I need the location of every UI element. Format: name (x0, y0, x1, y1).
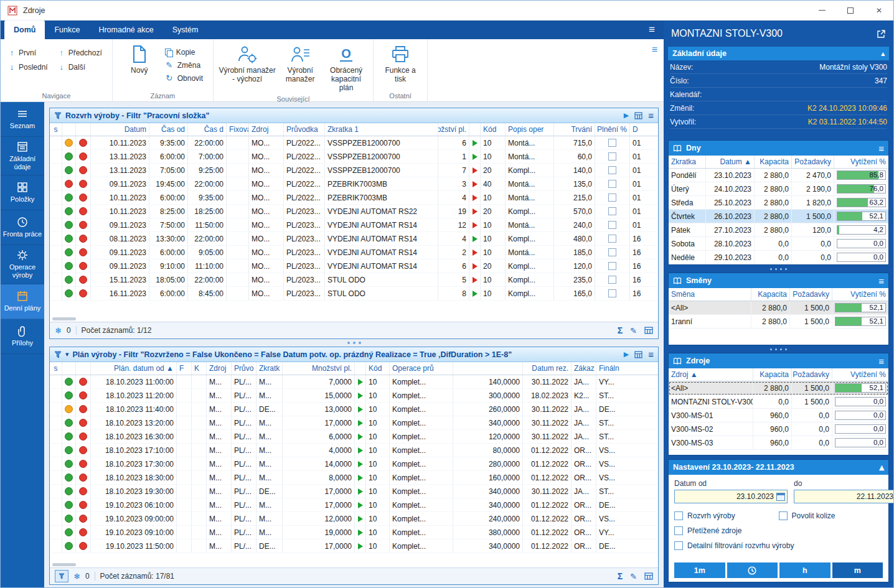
col-pruvodka[interactable]: Průvo (232, 362, 256, 375)
plan-table-row[interactable]: 19.10.2023 09:00:00 M... PL/... M... 12,… (50, 512, 658, 526)
last-button[interactable]: ↓Poslední (6, 60, 53, 73)
checkbox[interactable] (779, 511, 788, 520)
resources-section-header[interactable]: Zdroje ≡ (669, 353, 888, 368)
shift-row[interactable]: 1ranní 2 880,0 1 500,0 52,1 (669, 315, 888, 329)
col-status1[interactable] (62, 362, 76, 375)
col-pozadavky[interactable]: Požadavky (790, 288, 832, 301)
tab-domu[interactable]: Domů (4, 21, 45, 39)
resource-row[interactable]: V300-MS-01 960,0 0,0 0,0 (669, 409, 888, 422)
plneni-checkbox[interactable] (608, 289, 616, 297)
col-zdroj[interactable]: Zdroj (207, 362, 232, 375)
filter-icon[interactable] (54, 351, 62, 358)
col-zdroj[interactable]: Zdroj ▲ (669, 368, 753, 381)
section-menu-icon[interactable]: ≡ (878, 143, 884, 154)
checkbox-detailni-filtrovani[interactable]: Detailní filtrování rozvrhu výroby (674, 538, 883, 553)
sum-icon[interactable]: Σ (618, 325, 623, 335)
date-from-field[interactable] (674, 490, 788, 503)
plneni-checkbox[interactable] (608, 221, 616, 229)
sidebar-item-operace-vyroby[interactable]: Operace výroby (1, 245, 44, 284)
col-pruvodka[interactable]: Průvodka (284, 123, 325, 136)
play-icon[interactable]: ▶ (624, 350, 629, 358)
plneni-checkbox[interactable] (608, 207, 616, 215)
checkbox[interactable] (674, 541, 683, 550)
date-to-input[interactable] (797, 492, 893, 501)
plan-table-row[interactable]: 18.10.2023 17:10:00 M... PL/... M... 4,0… (50, 444, 658, 457)
schedule-table-row[interactable]: 13.11.2023 7:05:00 9:25:00 MO... PL/2022… (50, 164, 658, 177)
day-row[interactable]: Pondělí 23.10.2023 2 880,0 2 470,0 85,8 (669, 169, 888, 182)
plneni-checkbox[interactable] (608, 235, 616, 243)
plan-table-row[interactable]: 18.10.2023 11:40:00 M... PL/... DE... 13… (50, 403, 658, 416)
col-mnozstvi[interactable]: Množství pl. (438, 123, 469, 136)
tab-funkce[interactable]: Funkce (45, 21, 89, 39)
scrollbar-thumb[interactable] (52, 563, 76, 566)
close-button[interactable]: ✕ (865, 1, 893, 20)
col-operace[interactable]: Operace prů (390, 362, 453, 375)
edit-button[interactable]: ✎Změna (162, 58, 209, 72)
panel-menu-icon[interactable]: ≡ (648, 111, 654, 120)
plneni-checkbox[interactable] (608, 276, 616, 284)
checkbox-pretizene-zdroje[interactable]: Přetížené zdroje (674, 523, 883, 538)
functions-print-button[interactable]: Funkce a tisk (377, 41, 423, 85)
schedule-table-row[interactable]: 10.11.2023 8:25:00 18:25:00 MO... PL/202… (50, 205, 658, 218)
maximize-button[interactable] (836, 1, 865, 20)
col-vytizeni[interactable]: Vytížení % (832, 288, 888, 301)
panel-splitter[interactable] (49, 339, 659, 347)
play-icon[interactable]: ▶ (624, 111, 629, 119)
col-s[interactable]: s (50, 123, 62, 136)
schedule-table-row[interactable]: 16.11.2023 6:00:00 8:45:00 MO... PL/2023… (50, 287, 658, 301)
plan-table-row[interactable]: 19.10.2023 06:10:00 M... PL/... M... 17,… (50, 498, 658, 512)
table-edit-icon[interactable] (644, 572, 653, 580)
checkbox[interactable] (674, 526, 683, 535)
schedule-table-row[interactable]: 09.11.2023 6:00:00 9:05:00 MO... PL/2023… (50, 246, 658, 259)
schedule-table-row[interactable]: 15.11.2023 18:05:00 22:00:00 MO... PL/20… (50, 273, 658, 287)
col-cas-do[interactable]: Čas d (188, 123, 227, 136)
day-row[interactable]: Úterý 24.10.2023 2 880,0 2 190,0 76,0 (669, 182, 888, 196)
previous-button[interactable]: ↑Předchozí (55, 46, 107, 59)
panel-menu-icon[interactable]: ≡ (648, 350, 654, 359)
section-splitter[interactable] (664, 265, 893, 273)
ribbon-menu-icon[interactable]: ≡ (649, 24, 655, 36)
plneni-checkbox[interactable] (608, 166, 616, 174)
plneni-checkbox[interactable] (608, 262, 616, 270)
settings-section-header[interactable]: Nastavení 23.10.2023- 22.11.2023 ▴ (669, 460, 888, 475)
sidebar-item-seznam[interactable]: Seznam (1, 102, 44, 137)
plan-table-row[interactable]: 19.10.2023 11:50:00 M... PL/... DE... 17… (50, 539, 658, 553)
edit-icon[interactable]: ✎ (630, 572, 637, 581)
date-to-field[interactable] (794, 490, 893, 503)
snowflake-icon[interactable]: ❄ (73, 572, 80, 581)
col-trvani[interactable]: Trvání (554, 123, 595, 136)
plan-table-row[interactable]: 18.10.2023 11:00:00 M... PL/... M... 7,0… (50, 375, 658, 389)
col-arrow[interactable] (355, 362, 366, 375)
resource-row[interactable]: <All> 2 880,0 1 500,0 52,1 (669, 381, 888, 395)
col-s[interactable]: s (50, 362, 62, 375)
plneni-checkbox[interactable] (608, 139, 616, 147)
sidebar-item-zakladni-udaje[interactable]: Základní údaje (1, 137, 44, 175)
copy-button[interactable]: Kopie (162, 46, 209, 58)
production-manager-default-button[interactable]: Výrobní manažer - výchozí (217, 41, 277, 85)
chevron-up-icon[interactable]: ▴ (881, 50, 885, 58)
col-k[interactable]: K (192, 362, 207, 375)
horizontal-scrollbar[interactable] (50, 561, 658, 567)
sidebar-item-polozky[interactable]: Položky (1, 175, 44, 210)
day-row[interactable]: Středa 25.10.2023 2 880,0 1 820,0 63,2 (669, 196, 888, 210)
schedule-table-row[interactable]: 08.11.2023 13:30:00 22:00:00 MO... PL/20… (50, 232, 658, 246)
resource-row[interactable]: MONTAZNI STOLY-V300 0,0 1 500,0 0,0 (669, 395, 888, 409)
col-plneni[interactable]: Plnění % (595, 123, 630, 136)
checkbox-rozvrh-vyroby[interactable]: Rozvrh výroby (674, 508, 779, 523)
day-row[interactable]: Sobota 28.10.2023 0,0 0,0 0,0 (669, 237, 888, 251)
plneni-checkbox[interactable] (608, 248, 616, 256)
day-row[interactable]: Neděle 29.10.2023 0,0 0,0 0,0 (669, 251, 888, 264)
col-popis-operace[interactable]: Popis oper (506, 123, 554, 136)
checkbox[interactable] (674, 511, 683, 520)
col-kapacita[interactable]: Kapacita (751, 288, 790, 301)
schedule-table-row[interactable]: 09.11.2023 19:45:00 22:00:00 MO... PL/20… (50, 177, 658, 191)
plneni-checkbox[interactable] (608, 194, 616, 202)
minute-button[interactable]: m (832, 562, 883, 578)
grid-view-icon[interactable] (634, 112, 642, 119)
filter-toggle-button[interactable] (55, 570, 68, 582)
days-section-header[interactable]: Dny ≡ (669, 141, 888, 156)
sidebar-item-denni-plany[interactable]: Denní plány (1, 284, 44, 319)
col-kod[interactable]: Kód (481, 123, 506, 136)
col-status2[interactable] (76, 123, 91, 136)
next-button[interactable]: ↓Další (55, 60, 107, 73)
